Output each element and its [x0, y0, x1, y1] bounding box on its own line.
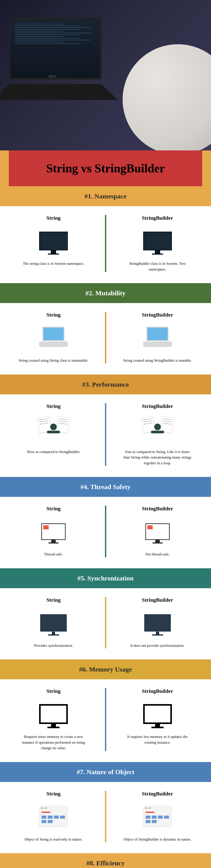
divider	[105, 688, 106, 751]
compare-row-4: String Thread-safe. StringBuilder Not th…	[0, 497, 211, 568]
monitor-icon	[41, 523, 66, 540]
section-header-7: #7. Nature of Object	[0, 762, 211, 782]
monitor-icon	[143, 231, 172, 250]
col-text-left: String created using String class is imm…	[18, 358, 89, 364]
monitor-icon	[144, 614, 171, 631]
col-text-left: The string class is in System namespace.	[18, 261, 89, 267]
section-num: #7.	[77, 768, 85, 776]
compare-row-1: String The string class is in System nam…	[0, 206, 211, 283]
section-num: #4.	[80, 483, 89, 490]
col-title-left: String	[11, 688, 96, 694]
browser-icon	[143, 806, 172, 827]
monitor-icon	[40, 614, 67, 631]
section-num: #6.	[79, 665, 87, 673]
section-header-8: #8. Efficiency	[0, 853, 211, 868]
col-title-left: String	[11, 403, 96, 409]
col-title-right: StringBuilder	[115, 597, 200, 603]
compare-row-3: String Slow as compared to StringBuilder…	[0, 394, 211, 477]
section-num: #3.	[82, 381, 91, 388]
desk-icon	[142, 417, 173, 441]
section-name: Efficiency	[96, 859, 125, 867]
col-title-left: String	[11, 506, 96, 512]
desk-icon	[38, 417, 69, 441]
compare-row-5: String Provides synchronization. StringB…	[0, 588, 211, 660]
compare-row-6: String Requires more memory to create a …	[0, 679, 211, 762]
section-name: Performance	[92, 381, 129, 388]
divider	[105, 791, 106, 842]
section-name: Synchronization	[87, 575, 134, 582]
monitor-icon	[145, 523, 170, 540]
col-text-left: Object of String is read-only in nature.	[18, 837, 89, 842]
col-text-right: It does not provide synchronization.	[122, 643, 193, 649]
col-text-right: Fast as compared to String. Like it is f…	[122, 449, 193, 466]
section-num: #2.	[85, 289, 94, 297]
monitor-icon	[39, 704, 68, 724]
col-title-left: String	[11, 597, 96, 603]
section-num: #5.	[77, 575, 86, 582]
col-text-right: Object of StringBuilder is dynamic in na…	[122, 837, 193, 842]
col-title-right: StringBuilder	[115, 215, 200, 221]
section-name: Mutability	[96, 289, 126, 297]
col-title-left: String	[11, 215, 96, 221]
compare-row-7: String Object of String is read-only in …	[0, 782, 211, 854]
laptop-icon	[143, 327, 172, 349]
col-text-right: It requires less memory as it updates th…	[122, 734, 193, 745]
section-header-4: #4. Thread Safety	[0, 477, 211, 497]
divider	[105, 312, 106, 364]
col-text-left: Thread-safe.	[18, 552, 89, 557]
divider	[105, 403, 106, 466]
section-name: Namespace	[95, 192, 127, 200]
compare-row-2: String String created using String class…	[0, 303, 211, 374]
section-header-6: #6. Memory Usage	[0, 659, 211, 679]
section-header-3: #3. Performance	[0, 374, 211, 394]
section-name: Thread Safety	[91, 483, 131, 490]
col-title-left: String	[11, 791, 96, 797]
browser-icon	[39, 806, 68, 827]
col-title-right: StringBuilder	[115, 688, 200, 694]
col-text-left: Provides synchronization.	[18, 643, 89, 649]
col-title-left: String	[11, 312, 96, 318]
col-title-right: StringBuilder	[115, 506, 200, 512]
section-header-1: #1. Namespace	[0, 186, 211, 206]
divider	[105, 506, 106, 557]
hero-image: acer	[0, 0, 211, 150]
laptop-icon	[39, 327, 68, 349]
monitor-icon	[39, 231, 68, 250]
col-title-right: StringBuilder	[115, 791, 200, 797]
section-num: #8.	[86, 859, 95, 867]
col-text-left: Requires more memory to create a new ins…	[18, 734, 89, 751]
page-title: String vs StringBuilder	[4, 161, 207, 175]
monitor-icon	[143, 704, 172, 724]
section-header-2: #2. Mutability	[0, 283, 211, 303]
col-text-right: Not thread-safe.	[122, 552, 193, 557]
title-bar: String vs StringBuilder	[0, 150, 211, 186]
col-text-right: StringBuilder class is in System. Text n…	[122, 261, 193, 272]
col-text-right: String created using StringBuilder is mu…	[122, 358, 193, 364]
col-text-left: Slow as compared to StringBuilder.	[18, 449, 89, 455]
section-name: Nature of Object	[86, 768, 134, 776]
section-num: #1.	[84, 192, 93, 200]
section-header-5: #5. Synchronization	[0, 568, 211, 588]
col-title-right: StringBuilder	[115, 403, 200, 409]
divider	[105, 215, 106, 272]
section-name: Memory Usage	[89, 665, 132, 673]
col-title-right: StringBuilder	[115, 312, 200, 318]
divider	[105, 597, 106, 649]
